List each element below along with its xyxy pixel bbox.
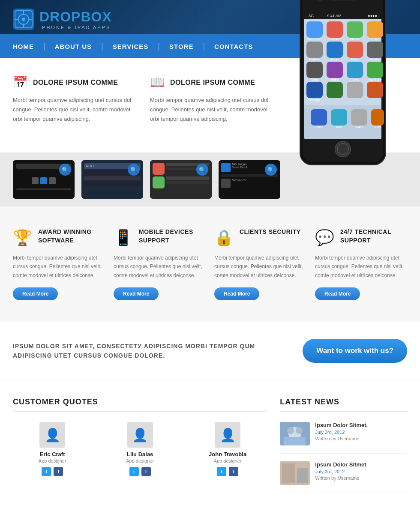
feature-4-header: 💬 24/7 TECHNICAL SUPPORT [315,228,407,247]
cta-button[interactable]: Want to work with us? [303,339,407,363]
search-icon-4[interactable]: 🔍 [265,164,277,176]
quote-role-3: App designer [214,458,242,463]
news-title-2: Ipsum Dolor Sitmet [315,461,366,468]
quote-role-1: App designer [39,458,66,463]
news-item-2: Ipsum Dolor Sitmet July 3rd, 2012 Writte… [280,461,407,493]
feature-4-desc: Morbi tempor quamve adipiscing utet curs… [315,254,407,280]
facebook-icon-3[interactable]: f [229,467,238,476]
quote-card-3: 👤 John Travobla App designer t f [188,422,267,476]
svg-text:Notes: Notes [311,78,319,81]
news-content-1: Ipsum Dolor Sitmet. July 3rd, 2012 Writt… [315,422,368,445]
svg-rect-35 [371,109,384,126]
feature-2-header: 📱 MOBILE DEVICES SUPPORT [114,228,206,247]
svg-text:Weather: Weather [369,58,381,61]
news-title-1: Ipsum Dolor Sitmet. [315,422,368,428]
screenshot-2[interactable]: 🔍 AT&T [81,160,143,199]
svg-text:Calendar: Calendar [329,38,341,41]
lock-icon: 🔒 [214,229,234,247]
feature-1-desc: Morbi tempor quamve adipiscing utet curs… [13,254,105,280]
feature-card-4: 💬 24/7 TECHNICAL SUPPORT Morbi tempor qu… [315,228,407,300]
feature-1-title: 📅 DOLORE IPSUM COMME [13,75,133,90]
cta-text: IPSUM DOLOR SIT AMET, CONSECTETУ ADIPISC… [13,341,290,361]
svg-rect-18 [367,21,383,38]
svg-text:Photos: Photos [350,38,360,41]
feature-1-heading: DOLORE IPSUM COMME [33,79,118,87]
feature-2-desc: Morbi tempor quamve adipiscing utet curs… [114,254,206,280]
screenshot-3[interactable]: 🔍 [150,160,212,199]
twitter-icon-2[interactable]: t [129,467,139,476]
nav-contacts[interactable]: CONTACTS [205,34,262,58]
read-more-btn-4[interactable]: Read More [315,287,360,300]
feature-3-header: 🔒 CLIENTS SECURITY [214,228,306,247]
facebook-icon-1[interactable]: f [54,467,63,476]
quote-name-3: John Travobla [209,451,246,457]
svg-point-7 [22,18,25,21]
svg-rect-64 [297,468,308,483]
calendar-icon: 📅 [13,75,28,90]
twitter-icon-1[interactable]: t [42,467,51,476]
logo-title: DROPBOX [39,9,112,25]
svg-rect-17 [347,21,363,38]
feature-3-desc: Morbi tempor quamve adipiscing utet curs… [214,254,306,280]
quote-name-2: Lilu Dalas [127,451,153,457]
svg-text:Phone: Phone [315,126,323,128]
svg-text:Camera: Camera [370,38,381,41]
quote-card-2: 👤 Lilu Dalas App designer t f [100,422,179,476]
search-icon-1[interactable]: 🔍 [59,164,71,176]
svg-rect-32 [311,109,327,126]
feature-1-header: 🏆 AWARD WINNING SOFTWARE [13,228,105,247]
svg-text:Utilities: Utilities [330,78,340,81]
feature-3-title: CLIENTS SECURITY [240,228,301,236]
feature-2-title: MOBILE DEVICES SUPPORT [139,228,206,245]
svg-rect-20 [327,42,343,58]
svg-point-60 [296,427,303,434]
svg-rect-23 [306,62,323,78]
news-item-1: Ipsum Dolor Sitmet. July 3rd, 2012 Writt… [280,422,407,454]
book-icon: 📖 [150,75,165,90]
feature-card-2: 📱 MOBILE DEVICES SUPPORT Morbi tempor qu… [114,228,206,300]
avatar-1: 👤 [39,422,65,448]
svg-text:iTunes: iTunes [351,78,360,81]
feature-card-3: 🔒 CLIENTS SECURITY Morbi tempor quamve a… [214,228,306,300]
nav-services[interactable]: SERVICES [103,34,158,58]
avatar-2: 👤 [127,422,153,448]
news-author-1: Written by Username [315,436,368,441]
read-more-btn-1[interactable]: Read More [13,287,58,300]
nav-about[interactable]: ABOUT US [45,34,101,58]
svg-rect-61 [284,437,306,445]
read-more-btn-2[interactable]: Read More [114,287,159,300]
social-icons-1: t f [42,467,63,476]
svg-rect-28 [327,82,343,98]
nav-home[interactable]: HOME [13,34,43,58]
news-content-2: Ipsum Dolor Sitmet July 3rd, 2012 Writte… [315,461,366,485]
svg-rect-24 [327,62,343,78]
search-icon-3[interactable]: 🔍 [196,164,208,176]
quote-name-1: Eric Craft [40,451,65,457]
social-icons-2: t f [129,467,151,476]
news-date-2: July 3rd, 2012 [315,469,366,474]
facebook-icon-2[interactable]: f [141,467,151,476]
svg-rect-27 [306,82,323,98]
svg-rect-16 [327,21,343,38]
nav-store[interactable]: STORE [160,34,203,58]
read-more-btn-3[interactable]: Read More [214,287,259,300]
feature-1-title: AWARD WINNING SOFTWARE [38,228,105,245]
customer-quotes: CUSTOMER QUOTES 👤 Eric Craft App designe… [13,397,267,501]
feature-1-text: Morbi tempor quamve adipiscing utet curs… [13,96,133,124]
svg-text:Safari: Safari [355,126,363,128]
screenshot-1[interactable]: 🔍 [13,160,75,199]
twitter-icon-3[interactable]: t [217,467,226,476]
quote-role-2: App designer [126,458,154,463]
logo-text: DROPBOX IPHONE & IPAD APPS [39,9,112,30]
svg-text:Settings: Settings [309,98,320,102]
screenshot-4[interactable]: 🔍 MG SieglerNews Feed Messages [219,160,280,199]
svg-text:3G: 3G [309,14,314,18]
chat-icon: 💬 [315,229,334,247]
trophy-icon: 🏆 [13,229,32,247]
news-heading: LATEST NEWS [280,397,407,412]
search-icon-2[interactable]: 🔍 [128,164,140,176]
logo-subtitle: IPHONE & IPAD APPS [39,25,112,30]
svg-rect-25 [347,62,363,78]
avatar-3: 👤 [215,422,240,448]
svg-rect-19 [306,42,323,58]
